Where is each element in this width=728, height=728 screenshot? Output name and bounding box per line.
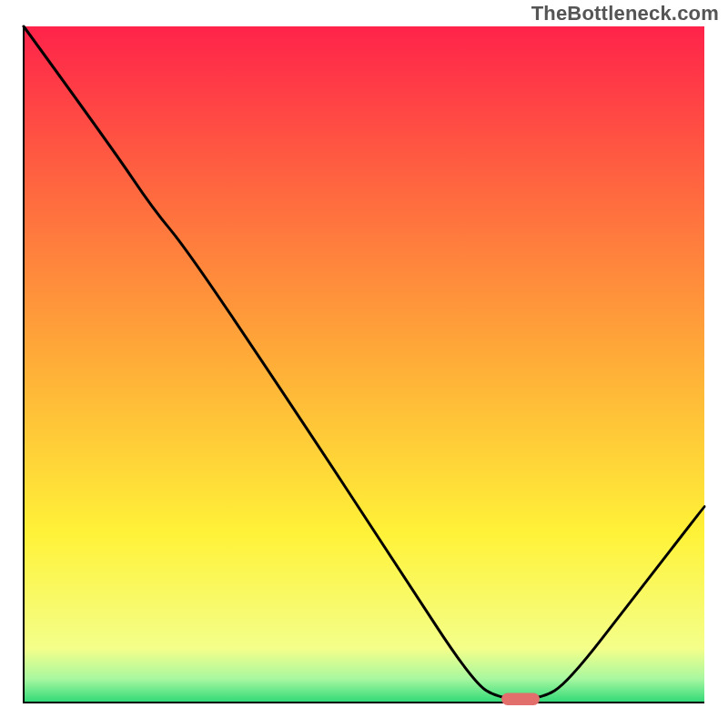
plot-area (24, 26, 704, 703)
bottleneck-chart (0, 0, 728, 728)
optimum-marker (501, 693, 540, 705)
chart-frame: TheBottleneck.com (0, 0, 728, 728)
